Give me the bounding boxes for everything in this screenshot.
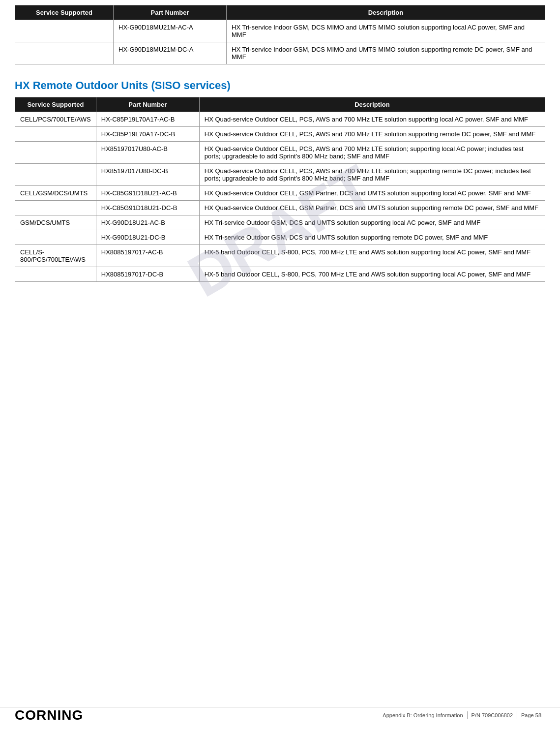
page-wrapper: Service Supported Part Number Descriptio… [0,0,560,331]
cell-desc: HX Tri-service Indoor GSM, DCS MIMO and … [227,42,545,64]
table-row: HX8085197017-DC-B HX-5 band Outdoor CELL… [15,267,545,282]
cell-part: HX8085197017-DC-B [96,267,199,282]
cell-part: HX-G90D18MU21M-DC-A [114,42,227,64]
table-row: HX-G90D18U21-DC-B HX Tri-service Outdoor… [15,230,545,245]
cell-service [15,201,96,215]
cell-service [15,164,96,186]
table-row: GSM/DCS/UMTS HX-G90D18U21-AC-B HX Tri-se… [15,215,545,230]
footer-part-number: P/N 709C006802 [467,711,517,719]
cell-service [15,127,96,142]
table-row: CELL/PCS/700LTE/AWS HX-C85P19L70A17-AC-B… [15,112,545,127]
footer: CORNING Appendix B: Ordering Information… [0,707,560,723]
cell-part: HX-G90D18MU21M-AC-A [114,20,227,42]
cell-part: HX-C85P19L70A17-AC-B [96,112,199,127]
table-row: HX-G90D18MU21M-DC-A HX Tri-service Indoo… [15,42,545,64]
cell-part: HX-C85G91D18U21-DC-B [96,201,199,215]
footer-logo: CORNING [15,707,83,723]
cell-desc: HX Tri-service Outdoor GSM, DCS and UMTS… [199,230,545,245]
table-row: HX-G90D18MU21M-AC-A HX Tri-service Indoo… [15,20,545,42]
cell-service: CELL/GSM/DCS/UMTS [15,186,96,201]
cell-service [15,267,96,282]
cell-service [15,230,96,245]
cell-desc: HX Tri-service Outdoor GSM, DCS and UMTS… [199,215,545,230]
top-table-header-desc: Description [227,5,545,20]
main-table: Service Supported Part Number Descriptio… [15,97,545,282]
table-row: HX-C85G91D18U21-DC-B HX Quad-service Out… [15,201,545,215]
cell-service [15,20,114,42]
cell-desc: HX Quad-service Outdoor CELL, PCS, AWS a… [199,127,545,142]
cell-part: HX-C85G91D18U21-AC-B [96,186,199,201]
cell-part: HX85197017U80-DC-B [96,164,199,186]
cell-part: HX85197017U80-AC-B [96,142,199,164]
cell-service: CELL/PCS/700LTE/AWS [15,112,96,127]
footer-appendix: Appendix B: Ordering Information [383,711,467,719]
cell-service: GSM/DCS/UMTS [15,215,96,230]
cell-desc: HX Quad-service Outdoor CELL, GSM Partne… [199,186,545,201]
top-table-header-part: Part Number [114,5,227,20]
cell-part: HX-G90D18U21-DC-B [96,230,199,245]
table-row: HX85197017U80-AC-B HX Quad-service Outdo… [15,142,545,164]
cell-desc: HX Quad-service Outdoor CELL, GSM Partne… [199,201,545,215]
cell-service [15,42,114,64]
cell-desc: HX Quad-service Outdoor CELL, PCS, AWS a… [199,164,545,186]
footer-page: Page 58 [517,711,545,719]
cell-desc: HX-5 band Outdoor CELL, S-800, PCS, 700 … [199,245,545,267]
cell-part: HX-G90D18U21-AC-B [96,215,199,230]
cell-desc: HX-5 band Outdoor CELL, S-800, PCS, 700 … [199,267,545,282]
cell-desc: HX Quad-service Outdoor CELL, PCS, AWS a… [199,142,545,164]
table-row: HX-C85P19L70A17-DC-B HX Quad-service Out… [15,127,545,142]
top-table: Service Supported Part Number Descriptio… [15,5,545,64]
cell-part: HX-C85P19L70A17-DC-B [96,127,199,142]
cell-desc: HX Tri-service Indoor GSM, DCS MIMO and … [227,20,545,42]
footer-info: Appendix B: Ordering InformationP/N 709C… [383,712,545,718]
main-table-header-service: Service Supported [15,97,96,112]
cell-service: CELL/S-800/PCS/700LTE/AWS [15,245,96,267]
main-table-header-desc: Description [199,97,545,112]
cell-part: HX8085197017-AC-B [96,245,199,267]
section-heading: HX Remote Outdoor Units (SISO services) [15,79,545,92]
table-row: CELL/S-800/PCS/700LTE/AWS HX8085197017-A… [15,245,545,267]
main-table-header-part: Part Number [96,97,199,112]
table-row: HX85197017U80-DC-B HX Quad-service Outdo… [15,164,545,186]
cell-desc: HX Quad-service Outdoor CELL, PCS, AWS a… [199,112,545,127]
table-row: CELL/GSM/DCS/UMTS HX-C85G91D18U21-AC-B H… [15,186,545,201]
cell-service [15,142,96,164]
top-table-header-service: Service Supported [15,5,114,20]
